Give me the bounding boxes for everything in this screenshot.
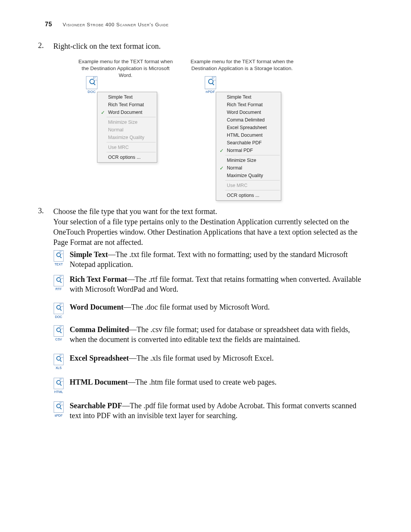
page-number: 75	[45, 21, 52, 28]
menu-separator	[107, 142, 156, 142]
term: Excel Spreadsheet	[70, 354, 129, 362]
menu-item[interactable]: Maximize Quality	[216, 172, 281, 179]
menu-item[interactable]: ✓Normal PDF	[216, 147, 281, 154]
menu-item-label: Use MRC	[107, 145, 157, 150]
menu-separator	[225, 155, 280, 155]
running-header: 75 Visioneer Strobe 400 Scanner User's G…	[45, 21, 366, 28]
step-3: 3. Choose the file type that you want fo…	[38, 206, 373, 217]
definition-text: Comma Delimited—The .csv file format; us…	[70, 324, 366, 345]
menu-item[interactable]: Minimize Size	[216, 157, 281, 164]
caption-right: Example menu for the TEXT format when th…	[187, 58, 297, 72]
menu-item-label: Comma Delimited	[225, 117, 281, 123]
context-menu-left[interactable]: Simple TextRich Text Format✓Word Documen…	[97, 92, 157, 163]
menu-item-label: HTML Document	[225, 133, 281, 138]
page-icon	[86, 76, 97, 89]
menu-item-label: Minimize Size	[225, 158, 281, 163]
menu-item: Minimize Size	[97, 118, 157, 126]
filetype-icon: DOC	[53, 303, 64, 318]
filetype-icon: TEXT	[53, 250, 64, 265]
menu-item: Use MRC	[216, 182, 281, 189]
menu-item-label: Maximize Quality	[225, 173, 281, 178]
menu-separator	[107, 152, 156, 152]
filetype-icon: XLS	[53, 354, 64, 369]
definition-text: Searchable PDF—The .pdf file format used…	[70, 401, 366, 421]
menu-item: Use MRC	[97, 144, 157, 151]
menu-item: Maximize Quality	[97, 134, 157, 141]
menu-item-label: Normal	[107, 127, 157, 133]
step-2: 2. Right-click on the text format icon.	[38, 41, 373, 51]
menu-item[interactable]: OCR options ...	[216, 192, 281, 199]
menu-item-label: Minimize Size	[107, 120, 157, 125]
doc-icon-label: nPDF	[204, 90, 217, 94]
check-icon: ✓	[99, 110, 107, 115]
definition-text: Rich Text Format—The .rtf file format. T…	[70, 274, 366, 294]
doc-title: Visioneer Strobe 400 Scanner User's Guid…	[63, 22, 169, 27]
menu-separator	[225, 180, 280, 181]
menu-item-label: Normal PDF	[225, 148, 281, 153]
description: —The .doc file format used by Microsoft …	[124, 303, 270, 311]
menu-item-label: Excel Spreadsheet	[225, 125, 281, 130]
menu-item-label: Rich Text Format	[107, 102, 157, 107]
menu-item-label: Word Document	[225, 110, 281, 115]
step-text: Right-click on the text format icon.	[53, 41, 373, 51]
menu-item[interactable]: Rich Text Format	[97, 101, 157, 109]
menu-item-label: Word Document	[107, 110, 157, 115]
menu-separator	[107, 117, 156, 117]
menu-item-label: Rich Text Format	[225, 102, 281, 107]
menu-item-label: Searchable PDF	[225, 140, 281, 145]
menu-item: Normal	[97, 126, 157, 134]
definition-text: Simple Text—The .txt file format. Text w…	[70, 249, 366, 270]
menu-item[interactable]: Simple Text	[216, 93, 281, 101]
document-page: 75 Visioneer Strobe 400 Scanner User's G…	[0, 0, 411, 532]
menu-item[interactable]: Simple Text	[97, 93, 157, 101]
description: —The .htm file format used to create web…	[128, 378, 277, 386]
description: —The .xls file format used by Microsoft …	[129, 354, 274, 362]
filetype-icon: sPDF	[53, 401, 64, 417]
term: Searchable PDF	[70, 401, 122, 410]
definition-text: Word Document—The .doc file format used …	[70, 302, 366, 312]
definition-text: Excel Spreadsheet—The .xls file format u…	[70, 353, 366, 363]
menu-item[interactable]: OCR options ...	[97, 153, 157, 161]
term: Simple Text	[70, 250, 108, 259]
term: Comma Delimited	[70, 325, 129, 334]
definition-text: HTML Document—The .htm file format used …	[70, 377, 366, 387]
step-number: 2.	[38, 41, 44, 50]
menu-item-label: Simple Text	[107, 94, 157, 100]
step-number: 3.	[38, 206, 44, 215]
paragraph: Your selection of a file type pertains o…	[53, 217, 373, 248]
doc-icon-label: DOC	[86, 90, 98, 94]
menu-item[interactable]: Comma Delimited	[216, 116, 281, 124]
doc-icon-left: DOC	[86, 76, 98, 91]
menu-item[interactable]: Word Document	[216, 109, 281, 116]
doc-icon-right: nPDF	[204, 76, 217, 91]
menu-item[interactable]: Rich Text Format	[216, 101, 281, 109]
description: —The .txt file format. Text with no form…	[70, 250, 348, 268]
menu-separator	[225, 190, 280, 190]
filetype-icon: HTML	[53, 378, 64, 393]
check-icon: ✓	[218, 166, 225, 171]
filetype-icon: RTF	[53, 275, 64, 290]
menu-item-label: OCR options ...	[107, 155, 157, 160]
menu-item[interactable]: HTML Document	[216, 131, 281, 139]
term: Rich Text Format	[70, 275, 127, 283]
menu-item[interactable]: ✓Word Document	[97, 109, 157, 116]
menu-item[interactable]: Excel Spreadsheet	[216, 124, 281, 131]
menu-item-label: Maximize Quality	[107, 135, 157, 140]
menu-item[interactable]: ✓Normal	[216, 164, 281, 172]
filetype-icon: CSV	[53, 325, 64, 340]
page-icon	[205, 76, 216, 89]
menu-item-label: Simple Text	[225, 94, 281, 100]
menu-item-label: OCR options ...	[225, 193, 281, 198]
check-icon: ✓	[218, 148, 225, 153]
context-menu-right[interactable]: Simple TextRich Text FormatWord Document…	[216, 92, 281, 201]
term: Word Document	[70, 303, 124, 311]
term: HTML Document	[70, 378, 128, 386]
menu-item-label: Use MRC	[225, 183, 281, 188]
menu-item-label: Normal	[225, 165, 281, 171]
menu-item[interactable]: Searchable PDF	[216, 139, 281, 147]
step-text: Choose the file type that you want for t…	[53, 206, 373, 217]
step-3-para: Your selection of a file type pertains o…	[38, 217, 373, 248]
